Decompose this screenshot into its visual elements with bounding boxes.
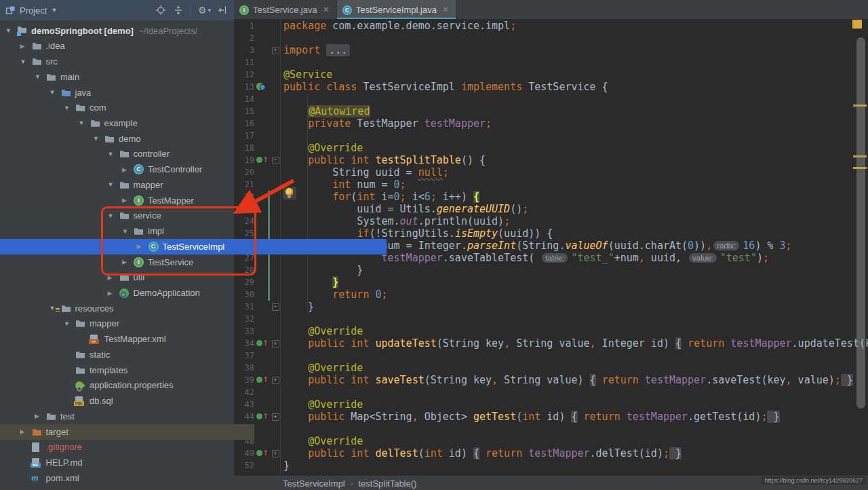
class-icon: C (134, 164, 146, 174)
fold-column (271, 435, 280, 447)
breadcrumb-item[interactable]: testSplitTable() (358, 478, 416, 489)
tree-item-resources[interactable]: ▼resources (0, 301, 283, 316)
code-line-31: 31− } (234, 301, 868, 313)
project-panel-title: Project (20, 5, 47, 16)
tree-item-test[interactable]: ▶test (0, 409, 269, 424)
tree-item-label: java (75, 88, 92, 98)
code-line-42: 42 (234, 386, 868, 398)
maven-file-icon: m (32, 473, 45, 483)
tree-item-java[interactable]: ▼java (0, 85, 283, 100)
expand-arrow-icon[interactable]: ▼ (64, 105, 75, 111)
code-line-44: 44↑+ public Map<String, Object> getTest(… (234, 411, 868, 423)
tree-item-src[interactable]: ▼src (0, 54, 254, 69)
package-icon (119, 149, 132, 158)
change-marker (267, 435, 271, 447)
tree-item-label: TestMapper (148, 195, 194, 206)
tab-testservice-java[interactable]: ITestService.java✕ (234, 0, 337, 19)
project-view-selector[interactable]: Project ▼ (0, 5, 155, 16)
code-text: public int saveTest(String key, String v… (283, 374, 853, 386)
fold-marker-icon[interactable]: + (271, 44, 280, 56)
code-line-13: 13public class TestServiceImpl implement… (234, 81, 868, 93)
fold-marker-icon[interactable]: + (271, 411, 280, 423)
editor-tab-bar: ITestService.java✕CTestServiceImpl.java✕ (234, 0, 868, 20)
tree-item-testcontroller[interactable]: ▶CTestController (0, 162, 356, 177)
tree-item-controller[interactable]: ▼controller (0, 146, 342, 162)
scrollbar-change-mark (853, 105, 867, 107)
expand-arrow-icon[interactable]: ▶ (20, 43, 32, 50)
package-icon (75, 103, 88, 112)
code-line-39: 39↑+ public int saveTest(String key, Str… (234, 374, 868, 386)
code-line-15: 15 @Autowired (234, 105, 868, 117)
tree-item-pom.xml[interactable]: mpom.xml (0, 470, 254, 486)
code-text: public int updateTest(String key, String… (283, 337, 868, 350)
expand-arrow-icon[interactable]: ▼ (93, 135, 104, 142)
fold-column (271, 32, 280, 44)
expand-arrow-icon[interactable]: ▶ (35, 413, 46, 419)
tree-item-target[interactable]: ▶target (0, 424, 254, 440)
expand-arrow-icon[interactable]: ▼ (108, 151, 119, 157)
tab-testserviceimpl-java[interactable]: CTestServiceImpl.java✕ (337, 0, 456, 19)
fold-column (271, 459, 280, 472)
expand-arrow-icon[interactable]: ▼ (5, 27, 17, 34)
tree-item-testmapper.xml[interactable]: <>TestMapper.xml (0, 331, 313, 347)
code-line-49: 49↑+ public int delTest(int id) { return… (234, 447, 868, 459)
tree-item-label: .idea (46, 41, 65, 51)
tree-item-application.properties[interactable]: application.properties (0, 377, 298, 393)
breadcrumb-item[interactable]: TestServiceImpl (283, 478, 345, 489)
tree-item-label: TestMapper.xml (104, 334, 166, 344)
expand-arrow-icon[interactable]: ▼ (50, 89, 61, 96)
code-text: import ... (283, 44, 350, 56)
expand-arrow-icon[interactable]: ▶ (122, 166, 134, 173)
code-line-17: 17 (234, 130, 868, 142)
expand-arrow-icon[interactable]: ▶ (108, 290, 119, 297)
tree-item-demo[interactable]: ▼demo (0, 131, 327, 147)
locate-file-icon[interactable] (155, 5, 166, 16)
tree-item-.idea[interactable]: ▶.idea (0, 38, 254, 54)
tree-item-example[interactable]: ▼example (0, 115, 313, 131)
fold-column (271, 20, 280, 32)
tree-item-demoapplication[interactable]: ▶DemoApplication (0, 285, 342, 301)
settings-gear-icon[interactable]: ⚙▾ (198, 5, 211, 16)
tree-item-com[interactable]: ▼com (0, 100, 298, 115)
code-line-48: 48 @Override (234, 435, 868, 447)
code-line-43: 43 @Override (234, 398, 868, 411)
tree-item-help.md[interactable]: MDHELP.md (0, 455, 254, 470)
collapse-all-icon[interactable] (173, 5, 184, 16)
tree-item-label: main (60, 72, 79, 82)
change-marker (267, 32, 271, 44)
tree-item-db.sql[interactable]: SQLdb.sql (0, 393, 298, 409)
hide-panel-icon[interactable] (218, 5, 227, 16)
tree-item-static[interactable]: static (0, 347, 298, 362)
fold-marker-icon[interactable]: + (271, 447, 280, 459)
package-icon (75, 366, 88, 375)
code-line-47: 47 (234, 423, 868, 435)
change-marker (267, 447, 271, 459)
code-line-2: 2 (234, 32, 868, 44)
expand-arrow-icon[interactable]: ▶ (122, 197, 134, 204)
expand-arrow-icon[interactable]: ▼ (64, 320, 75, 327)
expand-arrow-icon[interactable]: ▼ (108, 181, 119, 188)
change-marker (267, 44, 271, 56)
tree-item-templates[interactable]: templates (0, 362, 298, 378)
tree-item-label: TestController (148, 164, 202, 174)
tab-close-icon[interactable]: ✕ (442, 5, 449, 14)
tree-item-label: db.sql (90, 396, 113, 406)
expand-arrow-icon[interactable]: ▼ (35, 73, 46, 80)
tree-item-.gitignore[interactable]: .gitignore (0, 439, 254, 455)
override-gutter-icon[interactable]: ↑ (256, 447, 267, 459)
expand-arrow-icon[interactable]: ▶ (20, 428, 32, 435)
change-marker (267, 423, 271, 435)
code-line-34: 34↑+ public int updateTest(String key, S… (234, 337, 868, 350)
tab-label: TestService.java (253, 5, 317, 15)
fold-column (271, 56, 280, 69)
tree-item-main[interactable]: ▼main (0, 69, 269, 85)
folder-java-icon (61, 88, 74, 97)
text-file-icon (32, 442, 45, 452)
tab-close-icon[interactable]: ✕ (323, 5, 330, 14)
tree-item-demospringboot-demo-[interactable]: ▼demoSpringboot [demo]~/IdeaProjects/ (0, 23, 239, 39)
expand-arrow-icon[interactable]: ▼ (79, 119, 90, 126)
tree-item-mapper[interactable]: ▼mapper (0, 316, 298, 331)
editor-scrollbar[interactable] (856, 37, 865, 409)
expand-arrow-icon[interactable]: ▼ (20, 58, 32, 65)
tree-item-label: DemoApplication (134, 288, 200, 298)
